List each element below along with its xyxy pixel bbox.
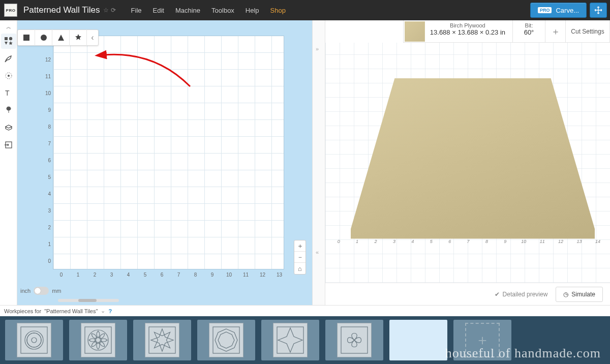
svg-rect-16 — [149, 327, 175, 353]
watermark-text: houseful of handmade.com — [445, 346, 601, 361]
unit-inch-label: inch — [20, 288, 30, 294]
menu-shop[interactable]: Shop — [270, 7, 286, 14]
workpieces-name: "Patterned Wall Tiles" — [44, 308, 98, 314]
zoom-home-button[interactable]: ⌂ — [294, 263, 306, 274]
carve-label: Carve... — [556, 7, 579, 14]
zoom-out-button[interactable]: － — [294, 252, 306, 263]
project-title[interactable]: Patterned Wall Tiles ☆ ⟳ — [23, 5, 116, 15]
help-icon[interactable]: ? — [108, 308, 112, 314]
simulate-label: Simulate — [571, 291, 595, 298]
unit-toggle[interactable]: inch mm — [20, 287, 62, 295]
preview-axis-x: 01234567891011121314 — [329, 239, 607, 247]
workpiece-tile-2[interactable] — [69, 320, 127, 360]
project-title-text: Patterned Wall Tiles — [23, 5, 100, 15]
bit-value: 60° — [513, 28, 545, 36]
workpieces-prefix: Workpieces for — [4, 308, 41, 314]
menu-file[interactable]: File — [131, 7, 142, 14]
check-icon: ✔ — [495, 291, 500, 298]
workpiece-tile-5[interactable] — [261, 320, 319, 360]
workpiece-tile-6[interactable] — [325, 320, 383, 360]
svg-point-12 — [32, 338, 37, 343]
material-info-strip: Birch Plywood 13.688 × 13.688 × 0.23 in … — [403, 20, 610, 43]
ruler-x: 012345678910111213 — [53, 272, 292, 278]
zoom-in-button[interactable]: ＋ — [294, 240, 306, 252]
pen-tool[interactable] — [1, 51, 16, 66]
detailed-label: Detailed preview — [503, 291, 548, 298]
preview-pane: Birch Plywood 13.688 × 13.688 × 0.23 in … — [325, 20, 610, 305]
cut-settings-button[interactable]: Cut Settings — [566, 20, 609, 42]
workpieces-strip: ＋ houseful of handmade.com — [0, 316, 610, 364]
svg-text:T: T — [5, 89, 10, 97]
svg-point-3 — [8, 75, 10, 77]
add-bit-button[interactable]: ＋ — [545, 20, 566, 42]
zoom-controls: ＋ － ⌂ — [294, 240, 306, 275]
pro-badge: PRO — [538, 7, 552, 13]
svg-point-14 — [88, 330, 108, 350]
material-text[interactable]: Birch Plywood 13.688 × 13.688 × 0.23 in — [426, 20, 513, 42]
workpiece-tile-3[interactable] — [133, 320, 191, 360]
svg-marker-2 — [5, 42, 8, 45]
design-grid[interactable] — [53, 36, 284, 269]
material-dims: 13.688 × 13.688 × 0.23 in — [430, 28, 505, 36]
collapse-rail-icon[interactable]: ︽ — [0, 22, 17, 33]
svg-point-11 — [25, 331, 43, 349]
pane-splitter[interactable]: » « — [312, 20, 325, 305]
svg-marker-9 — [58, 35, 64, 41]
shapes-tool[interactable] — [1, 34, 16, 49]
app-logo[interactable]: PRO — [4, 4, 17, 17]
shape-flyout: ‹ — [17, 29, 99, 46]
svg-rect-19 — [213, 327, 239, 353]
blocks-tool[interactable] — [1, 120, 16, 135]
material-slab — [351, 78, 595, 242]
chevron-down-icon[interactable]: ⌄ — [101, 308, 105, 314]
workpiece-tile-1[interactable] — [5, 320, 63, 360]
ruler-y: 012345678910111213 — [42, 32, 51, 269]
drill-tool[interactable] — [1, 68, 16, 83]
text-tool[interactable]: T — [1, 85, 16, 101]
tool-rail: ︽ T — [0, 20, 17, 305]
svg-rect-22 — [277, 327, 303, 353]
canvas-scrollbar[interactable] — [58, 299, 119, 302]
import-tool[interactable] — [1, 137, 16, 153]
shape-circle[interactable] — [35, 29, 52, 46]
menu-edit[interactable]: Edit — [153, 7, 164, 14]
top-menubar: PRO Patterned Wall Tiles ☆ ⟳ File Edit M… — [0, 0, 610, 20]
svg-point-1 — [9, 37, 12, 40]
simulate-button[interactable]: ◷ Simulate — [556, 287, 603, 302]
material-name: Birch Plywood — [430, 22, 505, 28]
work-area: ︽ T ‹ 0123456789101112 — [0, 20, 610, 305]
shape-square[interactable] — [18, 29, 35, 46]
shape-triangle[interactable] — [52, 29, 70, 46]
bit-info[interactable]: Bit: 60° — [513, 20, 545, 42]
sync-icon: ⟳ — [111, 7, 116, 14]
bit-label: Bit: — [513, 22, 545, 28]
workpieces-header[interactable]: Workpieces for "Patterned Wall Tiles" ⌄ … — [0, 305, 610, 316]
svg-rect-0 — [5, 37, 8, 40]
workpiece-tile-selected-blank[interactable] — [389, 320, 447, 360]
unit-toggle-pill[interactable] — [34, 287, 49, 295]
svg-marker-23 — [278, 328, 302, 352]
favorite-icon[interactable]: ☆ — [103, 7, 109, 14]
workpiece-tile-4[interactable] — [197, 320, 255, 360]
clock-icon: ◷ — [563, 291, 568, 298]
splitter-grip-bottom[interactable]: « — [316, 249, 319, 255]
menu-help[interactable]: Help — [246, 7, 259, 14]
main-menus: File Edit Machine Toolbox Help Shop — [131, 7, 286, 14]
svg-point-8 — [41, 35, 47, 41]
preview-footer: ✔ Detailed preview ◷ Simulate — [325, 283, 610, 305]
svg-marker-21 — [218, 332, 234, 348]
shape-flyout-collapse[interactable]: ‹ — [87, 33, 98, 42]
splitter-grip-top[interactable]: » — [316, 46, 319, 52]
apps-tool[interactable] — [1, 103, 16, 118]
pan-button[interactable] — [590, 3, 607, 18]
menu-machine[interactable]: Machine — [175, 7, 200, 14]
material-swatch[interactable] — [405, 21, 425, 42]
preview-3d-viewport[interactable]: 01234567891011121314 — [325, 43, 610, 283]
unit-mm-label: mm — [52, 288, 61, 294]
shape-star[interactable] — [70, 29, 87, 46]
menu-toolbox[interactable]: Toolbox — [211, 7, 234, 14]
design-canvas-pane: 012345678910111213 012345678910111213 in… — [17, 20, 312, 305]
svg-rect-7 — [23, 35, 29, 41]
carve-button[interactable]: PRO Carve... — [530, 3, 587, 18]
detailed-preview-toggle[interactable]: ✔ Detailed preview — [495, 291, 548, 298]
